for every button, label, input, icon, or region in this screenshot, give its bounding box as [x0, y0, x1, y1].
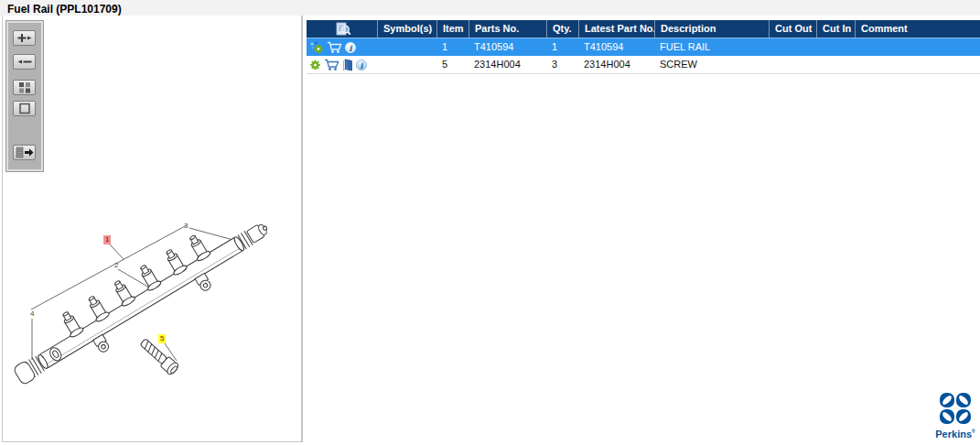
marquee-zoom-button[interactable]	[13, 101, 36, 116]
zoom-in-button[interactable]	[13, 30, 36, 46]
cell-parts-no: 2314H004	[468, 56, 546, 73]
cell-cut-out	[769, 56, 816, 73]
tile-view-button[interactable]	[13, 80, 36, 95]
square-outline-icon	[18, 103, 31, 114]
gear-icon[interactable]	[309, 59, 321, 71]
zoom-out-minus-icon	[16, 56, 34, 68]
cell-latest-part-no: T410594	[578, 38, 654, 56]
cell-cut-in	[816, 56, 855, 73]
info-icon[interactable]: i	[345, 42, 356, 53]
cell-description: FUEL RAIL	[654, 38, 769, 56]
header-icon-cell[interactable]	[307, 20, 377, 38]
col-header-latest-part-no[interactable]: Latest Part No.	[578, 20, 654, 38]
row-actions: i	[307, 56, 377, 73]
cell-symbols	[377, 56, 436, 73]
info-icon[interactable]: i	[356, 60, 367, 71]
fuel-rail-diagram	[3, 16, 302, 441]
callout-2[interactable]: 2	[113, 261, 120, 270]
cell-item: 1	[436, 38, 468, 56]
col-header-item[interactable]: Item	[436, 20, 468, 38]
cell-parts-no: T410594	[468, 38, 546, 56]
cell-comment	[855, 38, 980, 56]
cell-comment	[855, 56, 980, 73]
table-row-fuel-rail[interactable]: i 1 T410594 1 T410594 FUEL RAIL	[307, 38, 980, 56]
col-header-cut-out[interactable]: Cut Out	[769, 20, 816, 38]
title-bar: Fuel Rail (PPL101709)	[0, 0, 980, 16]
tiles-icon	[18, 81, 31, 93]
col-header-qty[interactable]: Qty.	[546, 20, 578, 38]
registered-mark: ®	[972, 429, 975, 434]
zoom-out-button[interactable]	[13, 54, 36, 70]
document-search-icon	[336, 22, 351, 37]
table-row-screw[interactable]: i 5 2314H004 3 2314H004 SCREW	[307, 56, 980, 74]
col-header-cut-in[interactable]: Cut In	[816, 20, 855, 38]
cart-icon[interactable]	[324, 59, 339, 71]
toggle-parts-list-button[interactable]	[13, 145, 36, 160]
perkins-logo-icon	[940, 393, 971, 424]
cell-cut-out	[769, 38, 816, 56]
row-actions: i	[307, 38, 377, 56]
parts-catalog-window: Fuel Rail (PPL101709)	[0, 0, 980, 445]
diagram-panel: 1 2 3 4 5	[2, 16, 303, 442]
cart-icon[interactable]	[327, 41, 342, 54]
cell-latest-part-no: 2314H004	[578, 56, 654, 73]
col-header-comment[interactable]: Comment	[855, 20, 980, 38]
col-header-description[interactable]: Description	[654, 20, 769, 38]
col-header-symbols[interactable]: Symbol(s)	[377, 20, 436, 38]
zoom-in-plus-icon	[16, 32, 34, 44]
cell-qty: 3	[546, 56, 578, 73]
parts-table-header: Symbol(s) Item Parts No. Qty. Latest Par…	[307, 20, 980, 38]
diagram-toolbar	[6, 21, 43, 171]
perkins-branding: Perkins®	[933, 393, 977, 440]
book-icon[interactable]	[342, 59, 353, 71]
cell-item: 5	[436, 56, 468, 73]
cell-symbols	[377, 38, 436, 56]
col-header-parts-no[interactable]: Parts No.	[468, 20, 546, 38]
callout-3[interactable]: 3	[182, 222, 189, 231]
list-arrow-icon	[16, 147, 34, 158]
cell-qty: 1	[546, 38, 578, 56]
gear-sparkle-icon[interactable]	[309, 41, 324, 54]
callout-4[interactable]: 4	[28, 309, 36, 319]
cell-cut-in	[816, 38, 855, 56]
callout-1[interactable]: 1	[103, 235, 111, 244]
parts-table: Symbol(s) Item Parts No. Qty. Latest Par…	[307, 20, 980, 74]
perkins-wordmark: Perkins®	[933, 429, 977, 440]
cell-description: SCREW	[654, 56, 769, 73]
callout-5[interactable]: 5	[158, 334, 166, 343]
